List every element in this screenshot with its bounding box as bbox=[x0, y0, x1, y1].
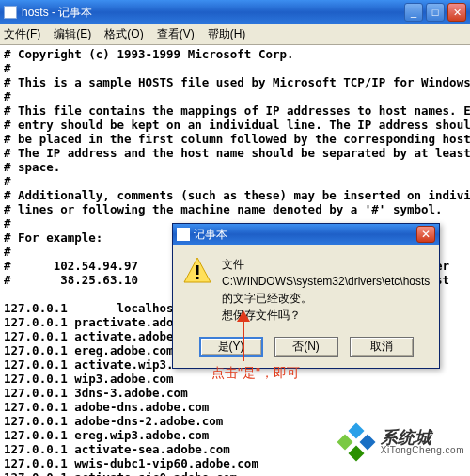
menu-view[interactable]: 查看(V) bbox=[157, 26, 195, 42]
save-confirm-dialog: 记事本 ✕ 文件 C:\WINDOWS\system32\drivers\etc… bbox=[172, 223, 440, 369]
annotation-text: 点击"是"，即可 bbox=[212, 365, 300, 382]
watermark-en: XiTongCheng.com bbox=[381, 444, 464, 457]
dialog-title: 记事本 bbox=[194, 227, 227, 243]
dialog-close-button[interactable]: ✕ bbox=[416, 226, 435, 243]
notepad-icon bbox=[177, 228, 190, 241]
menu-bar: 文件(F) 编辑(E) 格式(O) 查看(V) 帮助(H) bbox=[0, 24, 470, 45]
window-titlebar: hosts - 记事本 _ □ ✕ bbox=[0, 0, 470, 24]
annotation-arrow bbox=[243, 316, 244, 361]
menu-format[interactable]: 格式(O) bbox=[104, 26, 143, 42]
window-title: hosts - 记事本 bbox=[22, 5, 401, 21]
menu-help[interactable]: 帮助(H) bbox=[208, 26, 246, 42]
cancel-button[interactable]: 取消 bbox=[350, 337, 414, 357]
watermark-logo-icon bbox=[337, 425, 375, 463]
maximize-button[interactable]: □ bbox=[426, 3, 445, 22]
menu-file[interactable]: 文件(F) bbox=[4, 26, 40, 42]
dialog-line2: 想保存文件吗？ bbox=[222, 307, 430, 324]
svg-rect-2 bbox=[196, 277, 199, 279]
close-button[interactable]: ✕ bbox=[447, 3, 466, 22]
yes-button[interactable]: 是(Y) bbox=[199, 337, 263, 357]
notepad-icon bbox=[4, 6, 17, 19]
no-button[interactable]: 否(N) bbox=[274, 337, 338, 357]
dialog-titlebar: 记事本 ✕ bbox=[173, 224, 439, 245]
watermark-cn: 系统城 bbox=[381, 431, 464, 444]
watermark: 系统城 XiTongCheng.com bbox=[337, 425, 464, 463]
menu-edit[interactable]: 编辑(E) bbox=[54, 26, 91, 42]
warning-icon bbox=[182, 256, 212, 286]
watermark-text: 系统城 XiTongCheng.com bbox=[381, 431, 464, 457]
minimize-button[interactable]: _ bbox=[404, 3, 423, 22]
svg-rect-1 bbox=[196, 265, 199, 275]
dialog-message: 文件 C:\WINDOWS\system32\drivers\etc\hosts… bbox=[222, 256, 430, 324]
dialog-line1: 文件 C:\WINDOWS\system32\drivers\etc\hosts… bbox=[222, 256, 430, 307]
dialog-buttons: 是(Y) 否(N) 取消 bbox=[173, 331, 439, 368]
dialog-body: 文件 C:\WINDOWS\system32\drivers\etc\hosts… bbox=[173, 245, 439, 331]
